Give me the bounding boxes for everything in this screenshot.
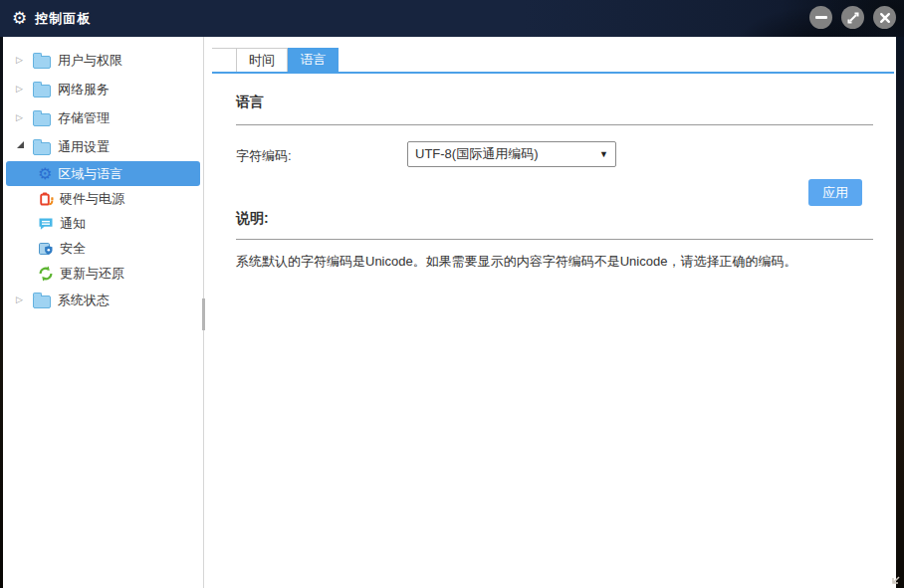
sidebar-item-network-services[interactable]: ▷ 网络服务 [3,75,203,103]
sidebar-item-label: 网络服务 [58,81,110,98]
sidebar-item-label: 更新与还原 [60,265,124,283]
battery-power-icon [38,191,54,207]
tabstrip-underline [212,72,894,74]
note-divider [236,239,873,240]
sidebar-item-label: 系统状态 [58,292,110,309]
expander-collapsed-icon[interactable]: ▷ [16,56,26,65]
resize-handle-icon[interactable] [889,573,903,587]
sidebar-item-label: 通知 [60,215,86,233]
sidebar-item-hardware-power[interactable]: 硬件与电源 [6,186,200,211]
sidebar-item-storage-management[interactable]: ▷ 存储管理 [3,103,203,132]
sidebar-item-system-status[interactable]: ▷ 系统状态 [3,286,203,314]
shield-lock-icon [38,241,54,257]
encoding-label: 字符编码: [236,147,292,165]
sidebar-item-label: 安全 [60,240,86,258]
expander-collapsed-icon[interactable]: ▷ [16,295,26,304]
control-panel-window: ▷ 用户与权限 ▷ 网络服务 ▷ 存储管理 通用设置 ⚙ 区域 [3,37,896,588]
chat-bubble-icon [38,216,54,232]
desktop: ⚙ 控制面板 ▷ [0,0,904,588]
content-panel: 时间 语言 语言 字符编码: UTF-8(国际通用编码) ▼ 应用 说明: 系统… [204,37,896,588]
dropdown-arrow-icon: ▼ [599,149,608,159]
window-titlebar[interactable]: ⚙ 控制面板 [0,0,904,37]
window-title: 控制面板 [35,10,91,28]
tab-time[interactable]: 时间 [236,48,288,72]
sidebar-item-label: 通用设置 [58,138,110,156]
folder-icon [33,85,51,98]
sidebar-item-label: 存储管理 [58,109,110,127]
encoding-select[interactable]: UTF-8(国际通用编码) ▼ [407,141,616,167]
expander-collapsed-icon[interactable]: ▷ [16,85,26,94]
folder-icon [33,142,51,155]
folder-icon [33,295,51,308]
sidebar-item-label: 硬件与电源 [60,190,124,208]
tabstrip-left-border [212,48,236,49]
window-controls [809,6,896,29]
gear-icon: ⚙ [38,166,52,182]
maximize-icon [846,11,860,25]
sidebar-item-notifications[interactable]: 通知 [6,211,200,236]
sidebar-item-region-language[interactable]: ⚙ 区域与语言 [6,161,200,186]
apply-button[interactable]: 应用 [808,179,862,206]
tab-language[interactable]: 语言 [288,48,339,72]
sidebar-item-label: 用户与权限 [58,52,122,70]
close-button[interactable] [873,6,896,29]
section-divider [236,124,873,125]
note-title: 说明: [236,210,269,228]
folder-icon [33,113,51,126]
refresh-icon [38,266,54,282]
sidebar-item-label: 区域与语言 [58,165,122,183]
minimize-button[interactable] [809,6,832,29]
sidebar: ▷ 用户与权限 ▷ 网络服务 ▷ 存储管理 通用设置 ⚙ 区域 [3,37,204,588]
control-panel-gear-icon: ⚙ [12,10,27,27]
maximize-button[interactable] [841,6,864,29]
sidebar-item-security[interactable]: 安全 [6,236,200,261]
sidebar-item-update-restore[interactable]: 更新与还原 [6,261,200,286]
close-icon [879,12,891,24]
minimize-icon [815,16,827,19]
sidebar-item-general-settings[interactable]: 通用设置 [3,132,203,161]
section-title-language: 语言 [236,94,264,111]
desktop-wallpaper-right-edge [896,37,904,588]
note-text: 系统默认的字符编码是Unicode。如果需要显示的内容字符编码不是Unicode… [236,252,876,272]
expander-collapsed-icon[interactable]: ▷ [16,113,26,122]
sidebar-item-users-permissions[interactable]: ▷ 用户与权限 [3,46,203,75]
folder-icon [33,56,51,69]
encoding-select-value: UTF-8(国际通用编码) [415,145,539,163]
